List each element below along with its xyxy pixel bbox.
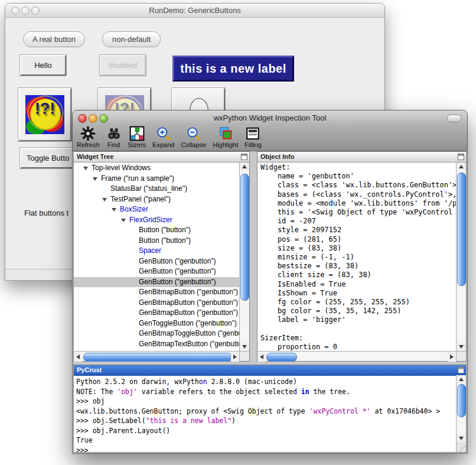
hello-genbutton[interactable]: Hello	[20, 55, 66, 76]
tree-item[interactable]: GenButton ("genbutton")	[74, 256, 239, 267]
a-real-button[interactable]: A real button	[23, 31, 85, 47]
toolbar-button-expand[interactable]: Expand	[152, 125, 174, 148]
tree-item[interactable]: GenButton ("genbutton")	[74, 266, 239, 277]
bitmap-art-icon: !?!	[25, 95, 64, 134]
tree-item[interactable]: Button ("button")	[74, 225, 239, 236]
pycrust-vertical-scrollbar[interactable]	[456, 375, 466, 443]
tree-item[interactable]: GenBitmapButton ("genbutton")	[74, 298, 239, 308]
scroll-down-icon[interactable]	[240, 343, 249, 351]
scroll-left-icon[interactable]	[74, 352, 82, 362]
tree-vertical-scrollbar[interactable]	[239, 162, 249, 351]
expand-triangle-icon[interactable]	[102, 198, 107, 201]
expand-triangle-icon[interactable]	[93, 177, 97, 181]
tree-item[interactable]: Button ("button")	[74, 236, 239, 246]
scroll-up-icon[interactable]	[457, 375, 466, 383]
object-info-line: module = <module 'wx.lib.buttons' from '…	[260, 199, 456, 208]
panel-icon[interactable]	[241, 154, 247, 160]
tree-item[interactable]: Top-level Windows	[74, 163, 239, 174]
flat-buttons-label: Flat buttons t	[24, 209, 69, 217]
object-info-line: proportion = 0	[260, 343, 456, 351]
non-default-button[interactable]: non-default	[102, 31, 161, 47]
info-horizontal-scrollbar[interactable]	[257, 351, 456, 361]
panel-icon[interactable]	[458, 367, 464, 373]
info-vscroll-thumb[interactable]	[457, 173, 466, 286]
tree-item-label: Frame ("run a sample")	[74, 174, 174, 183]
tree-item[interactable]: BoxSizer	[74, 204, 239, 215]
expand-magnifier-plus-icon	[156, 126, 171, 141]
object-info-line	[260, 325, 456, 334]
pycrust-vscroll-thumb[interactable]	[457, 384, 466, 417]
tree-horizontal-scrollbar[interactable]	[74, 351, 239, 361]
object-info-line: name = 'genbutton'	[260, 172, 456, 181]
pycrust-line: True	[76, 435, 456, 446]
pycrust-panel: PyCrust Python 2.5.2 on darwin, wxPython…	[73, 365, 467, 453]
scroll-right-icon[interactable]	[448, 352, 456, 362]
scroll-down-icon[interactable]	[457, 434, 466, 443]
toolbar-button-label: Collapse	[181, 141, 206, 148]
bitmap-button[interactable]: !?!	[18, 88, 71, 141]
tree-item-label: GenButton ("genbutton")	[74, 257, 216, 265]
tree-item-label: TestPanel ("panel")	[74, 195, 171, 203]
toolbar-button-find[interactable]: Find	[106, 125, 122, 148]
desktop: RunDemo: GenericButtons A real button no…	[0, 0, 476, 465]
toolbar-button-highlight[interactable]: Highlight	[213, 125, 238, 148]
tree-hscroll-thumb[interactable]	[83, 353, 232, 362]
object-info-line: class = <class 'wx.lib.buttons.GenButton…	[260, 181, 456, 190]
scroll-up-icon[interactable]	[240, 162, 249, 171]
object-info-line: SizerItem:	[260, 334, 456, 343]
rundemo-title: RunDemo: GenericButtons	[5, 6, 384, 15]
scroll-down-icon[interactable]	[457, 343, 466, 351]
toolbar-button-filling[interactable]: Filling	[244, 125, 262, 148]
tree-item[interactable]: Spacer	[74, 246, 239, 256]
panel-icon[interactable]	[458, 154, 464, 160]
expand-triangle-icon[interactable]	[83, 167, 88, 170]
tree-vscroll-thumb[interactable]	[240, 174, 249, 301]
tree-item[interactable]: Frame ("run a sample")	[74, 174, 239, 184]
tree-item[interactable]: GenBitmapToggleButton ("genbutto	[74, 329, 239, 339]
scroll-right-icon[interactable]	[231, 352, 239, 362]
toolbar-button-label: Filling	[244, 141, 262, 148]
toolbar-collapse-pill-button[interactable]	[447, 115, 461, 122]
info-vertical-scrollbar[interactable]	[456, 162, 466, 351]
toolbar-button-sizers[interactable]: Sizers	[128, 125, 146, 148]
object-info-text: Widget: name = 'genbutton' class = <clas…	[257, 162, 456, 351]
object-info-line: IsEnabled = True	[260, 280, 456, 289]
new-label-genbutton[interactable]: this is a new label	[172, 56, 294, 82]
pycrust-line: <wx.lib.buttons.GenButton; proxy of <Swi…	[76, 407, 456, 417]
tree-item[interactable]: GenBitmapTextButton ("genbutton"	[74, 339, 239, 350]
object-info-line: IsShown = True	[260, 289, 456, 298]
tree-item[interactable]: GenToggleButton ("genbutton")	[74, 318, 239, 329]
object-info-line: bases = (<class 'wx._controls.PyControl'…	[260, 190, 456, 199]
expand-triangle-icon[interactable]	[112, 208, 116, 212]
tree-item-label: Button ("button")	[74, 236, 191, 245]
inspector-title: wxPython Widget Inspection Tool	[73, 113, 467, 122]
pycrust-line: >>> obj.SetLabel("this is a new label")	[76, 416, 456, 426]
tree-item[interactable]: TestPanel ("panel")	[74, 194, 239, 205]
tree-item[interactable]: GenBitmapButton ("genbutton")	[74, 308, 239, 318]
toolbar-button-label: Expand	[152, 141, 174, 148]
tree-item-label: Spacer	[74, 246, 161, 255]
tree-item-label: GenBitmapButton ("genbutton")	[74, 298, 238, 307]
toolbar-button-label: Sizers	[128, 141, 146, 148]
inspector-window: wxPython Widget Inspection Tool RefreshF…	[72, 110, 468, 454]
tree-item-label: GenBitmapTextButton ("genbutton"	[74, 340, 239, 348]
toolbar-button-refresh[interactable]: Refresh	[77, 125, 100, 148]
tree-item[interactable]: GenBitmapButton ("genbutton")	[74, 287, 239, 298]
pycrust-shell[interactable]: Python 2.5.2 on darwin, wxPython 2.8.8.0…	[74, 376, 456, 452]
inspector-titlebar[interactable]: wxPython Widget Inspection Tool	[73, 110, 467, 125]
tree-item[interactable]: FlexGridSizer	[74, 215, 239, 226]
object-info-line: this = '<Swig Object of type 'wxPyContro…	[260, 208, 456, 217]
expand-triangle-icon[interactable]	[121, 219, 126, 222]
scroll-up-icon[interactable]	[457, 162, 466, 171]
tree-item[interactable]: StatusBar ("status_line")	[74, 184, 239, 194]
info-hscroll-thumb[interactable]	[266, 353, 297, 362]
pycrust-line: >>> obj.Parent.Layout()	[76, 426, 456, 436]
toolbar-button-collapse[interactable]: Collapse	[181, 125, 206, 148]
rundemo-titlebar[interactable]: RunDemo: GenericButtons	[5, 4, 384, 18]
filling-icon	[245, 126, 260, 141]
disabled-genbutton: disabled	[100, 55, 146, 76]
tree-item-selected[interactable]: GenButton ("genbutton")	[74, 277, 239, 288]
scroll-left-icon[interactable]	[257, 352, 266, 362]
resize-grip[interactable]	[456, 443, 466, 452]
scrollbar-corner	[239, 351, 249, 361]
